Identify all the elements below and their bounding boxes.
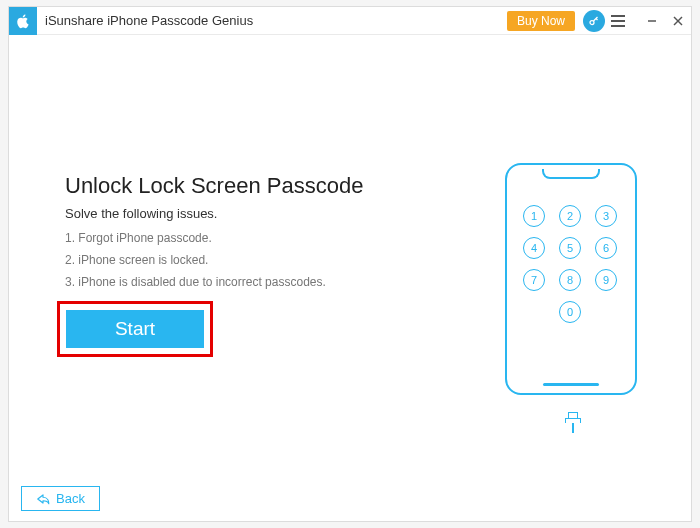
issue-item: 2. iPhone screen is locked. xyxy=(65,249,326,271)
back-label: Back xyxy=(56,491,85,506)
content-area: Unlock Lock Screen Passcode Solve the fo… xyxy=(9,35,691,521)
issue-item: 1. Forgot iPhone passcode. xyxy=(65,227,326,249)
keypad-digit: 5 xyxy=(559,237,581,259)
key-icon[interactable] xyxy=(583,10,605,32)
app-logo-icon xyxy=(9,7,37,35)
back-button[interactable]: Back xyxy=(21,486,100,511)
app-title: iSunshare iPhone Passcode Genius xyxy=(45,13,507,28)
phone-body-icon: 1 2 3 4 5 6 7 8 9 0 xyxy=(505,163,637,395)
cable-icon xyxy=(565,412,581,433)
issue-item: 3. iPhone is disabled due to incorrect p… xyxy=(65,271,326,293)
keypad-digit: 6 xyxy=(595,237,617,259)
keypad-digit: 1 xyxy=(523,205,545,227)
svg-point-0 xyxy=(590,20,594,24)
menu-icon[interactable] xyxy=(611,11,631,31)
keypad-digit: 3 xyxy=(595,205,617,227)
buy-now-button[interactable]: Buy Now xyxy=(507,11,575,31)
keypad-digit: 9 xyxy=(595,269,617,291)
keypad-digit: 4 xyxy=(523,237,545,259)
keypad-digit: 7 xyxy=(523,269,545,291)
issues-list: 1. Forgot iPhone passcode. 2. iPhone scr… xyxy=(65,227,326,293)
phone-notch-icon xyxy=(542,169,600,179)
titlebar: iSunshare iPhone Passcode Genius Buy Now xyxy=(9,7,691,35)
start-highlight-box: Start xyxy=(57,301,213,357)
phone-keypad-icon: 1 2 3 4 5 6 7 8 9 0 xyxy=(523,205,619,323)
keypad-digit: 8 xyxy=(559,269,581,291)
back-arrow-icon xyxy=(36,493,50,505)
keypad-digit: 0 xyxy=(559,301,581,323)
minimize-button[interactable] xyxy=(639,7,665,35)
page-title: Unlock Lock Screen Passcode xyxy=(65,173,363,199)
close-button[interactable] xyxy=(665,7,691,35)
start-button[interactable]: Start xyxy=(66,310,204,348)
page-subtitle: Solve the following issues. xyxy=(65,206,217,221)
app-window: iSunshare iPhone Passcode Genius Buy Now… xyxy=(8,6,692,522)
keypad-digit: 2 xyxy=(559,205,581,227)
home-indicator-icon xyxy=(543,383,599,386)
phone-illustration: 1 2 3 4 5 6 7 8 9 0 xyxy=(505,163,641,415)
